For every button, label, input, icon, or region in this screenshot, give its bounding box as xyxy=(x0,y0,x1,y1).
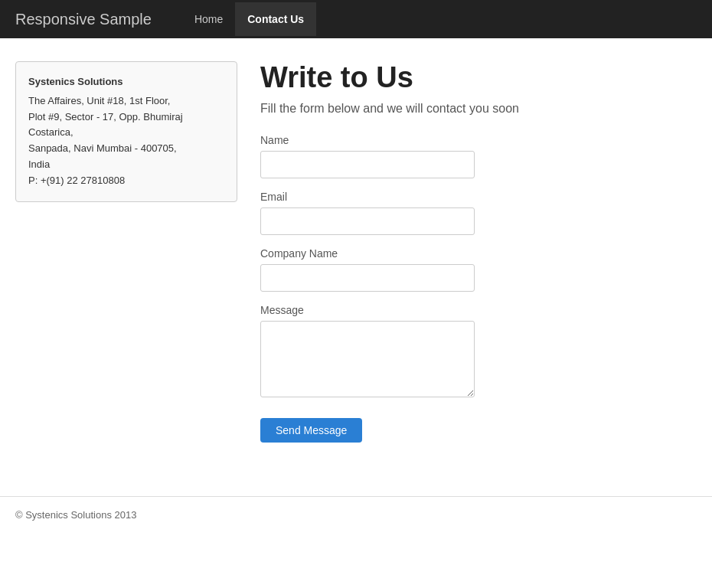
navbar-brand[interactable]: Responsive Sample xyxy=(15,11,152,28)
address-card: Systenics Solutions The Affaires, Unit #… xyxy=(15,61,237,202)
form-title: Write to Us xyxy=(260,61,697,94)
email-label: Email xyxy=(260,191,697,203)
company-name: Systenics Solutions xyxy=(28,74,224,90)
email-input[interactable] xyxy=(260,207,475,235)
form-subtitle: Fill the form below and we will contact … xyxy=(260,102,697,116)
address-phone: P: +(91) 22 27810808 xyxy=(28,175,125,186)
address-line2: Plot #9, Sector - 17, Opp. Bhumiraj xyxy=(28,111,183,122)
name-label: Name xyxy=(260,134,697,146)
company-label: Company Name xyxy=(260,247,697,260)
address-line3: Costarica, xyxy=(28,126,73,138)
company-input[interactable] xyxy=(260,264,475,292)
message-label: Message xyxy=(260,304,697,316)
address-line1: The Affaires, Unit #18, 1st Floor, xyxy=(28,95,170,106)
form-area: Write to Us Fill the form below and we w… xyxy=(260,61,697,443)
nav-link-contact[interactable]: Contact Us xyxy=(235,2,316,36)
form-group-company: Company Name xyxy=(260,247,697,292)
form-group-email: Email xyxy=(260,191,697,235)
nav-links: Home Contact Us xyxy=(182,2,316,36)
footer-text: © Systenics Solutions 2013 xyxy=(15,509,136,521)
send-message-button[interactable]: Send Message xyxy=(260,418,362,443)
navbar: Responsive Sample Home Contact Us xyxy=(0,0,712,38)
form-group-message: Message xyxy=(260,304,697,400)
address-line5: India xyxy=(28,158,50,170)
name-input[interactable] xyxy=(260,151,475,178)
footer: © Systenics Solutions 2013 xyxy=(0,496,712,533)
form-group-name: Name xyxy=(260,134,697,178)
message-textarea[interactable] xyxy=(260,321,475,397)
address-line4: Sanpada, Navi Mumbai - 400705, xyxy=(28,142,177,154)
nav-link-home[interactable]: Home xyxy=(182,2,235,36)
main-content: Systenics Solutions The Affaires, Unit #… xyxy=(0,38,712,466)
contact-form: Name Email Company Name Message Send Mes… xyxy=(260,134,697,443)
